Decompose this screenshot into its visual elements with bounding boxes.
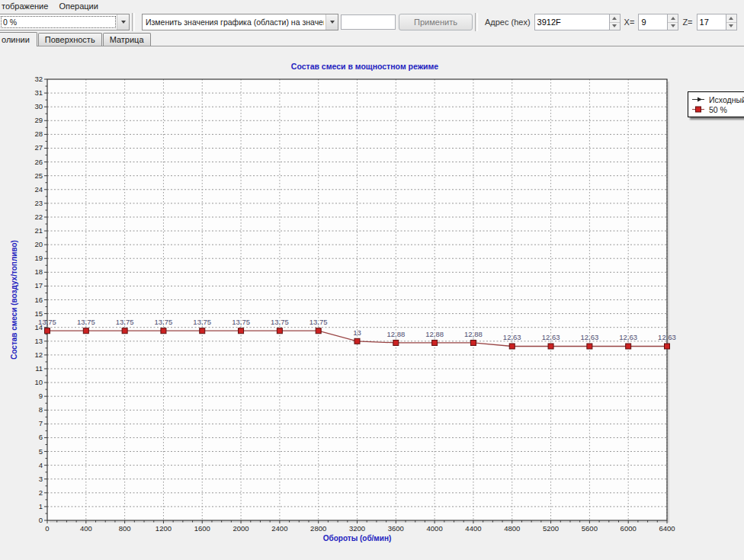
y-tick-label: 4 (39, 461, 43, 469)
tab-matrix[interactable]: Матрица (103, 33, 151, 46)
spin-down-icon[interactable] (668, 22, 678, 30)
x-tick-label: 6400 (659, 524, 675, 533)
y-tick-label: 10 (34, 378, 43, 386)
data-point-marker[interactable] (200, 328, 205, 334)
z-input[interactable] (697, 14, 726, 30)
spin-down-icon[interactable] (726, 22, 736, 30)
y-tick-label: 1 (39, 502, 43, 510)
chart-page: 0400800120016002000240028003200360040004… (0, 46, 744, 559)
tab-surface[interactable]: Поверхность (38, 33, 102, 46)
chevron-down-icon[interactable] (117, 14, 129, 30)
x-tick-label: 4800 (504, 524, 520, 533)
data-point-marker[interactable] (626, 344, 631, 349)
x-label: X= (624, 18, 635, 27)
x-tick-label: 800 (119, 524, 131, 533)
legend-label: Исходный (709, 95, 744, 104)
data-point-marker[interactable] (122, 328, 127, 334)
data-point-label: 12,63 (542, 333, 560, 341)
y-tick-label: 17 (34, 281, 43, 290)
y-tick-label: 32 (34, 75, 43, 83)
y-tick-label: 5 (39, 447, 43, 456)
data-point-marker[interactable] (83, 328, 88, 334)
data-point-marker[interactable] (161, 328, 166, 334)
data-point-marker[interactable] (587, 344, 592, 349)
y-tick-label: 9 (39, 392, 43, 400)
data-point-marker[interactable] (354, 338, 360, 344)
data-point-marker[interactable] (239, 328, 244, 334)
legend-label: 50 % (709, 105, 727, 114)
y-tick-label: 31 (34, 88, 43, 97)
x-input[interactable] (638, 14, 667, 30)
x-tick-label: 1200 (156, 524, 172, 533)
data-point-label: 12,63 (619, 333, 637, 341)
data-point-label: 12,88 (425, 330, 444, 338)
arrow-line-marker-icon (692, 96, 705, 103)
square-marker-icon (692, 106, 705, 113)
toolbar-separator (475, 13, 478, 31)
y-axis-label: Состав смеси (воздух/топливо) (10, 240, 18, 360)
x-tick-label: 3200 (349, 524, 365, 533)
tab-isolines[interactable]: олинии (0, 32, 37, 46)
chart-legend: Исходный 50 % (688, 91, 744, 117)
address-panel: Адрес (hex) X= Z= (480, 14, 742, 30)
spin-up-icon[interactable] (668, 14, 678, 22)
menu-operations[interactable]: Операции (53, 1, 103, 11)
x-tick-label: 2400 (271, 524, 287, 533)
y-tick-label: 22 (34, 213, 43, 221)
scale-combobox[interactable]: 0 % (0, 14, 130, 30)
x-tick-label: 5200 (543, 524, 559, 533)
scale-combobox-value: 0 % (2, 17, 115, 27)
data-point-marker[interactable] (470, 340, 476, 345)
app-window: тображение Операции 0 % Изменить значени… (0, 0, 744, 560)
y-tick-label: 6 (39, 433, 43, 441)
y-tick-label: 28 (34, 130, 43, 138)
data-point-label: 13,75 (116, 318, 134, 326)
menu-bar: тображение Операции (0, 0, 744, 12)
data-point-marker[interactable] (277, 328, 282, 334)
spinner-buttons[interactable] (726, 14, 737, 30)
data-point-label: 13 (353, 328, 361, 337)
x-tick-label: 2800 (310, 524, 326, 533)
data-point-label: 12,88 (386, 330, 405, 338)
data-point-label: 13,75 (309, 318, 328, 326)
chart-canvas[interactable]: 0400800120016002000240028003200360040004… (0, 46, 744, 559)
x-spinner[interactable] (638, 14, 678, 30)
chevron-down-icon[interactable] (326, 14, 338, 30)
y-tick-label: 13 (34, 337, 43, 345)
data-point-label: 13,75 (193, 318, 211, 326)
y-tick-label: 27 (34, 143, 43, 152)
tab-strip: олинии Поверхность Матрица (0, 33, 744, 46)
y-tick-label: 29 (34, 116, 43, 124)
x-axis-label: Обороты (об/мин) (323, 534, 392, 542)
data-point-marker[interactable] (509, 344, 515, 349)
data-point-marker[interactable] (432, 340, 438, 345)
data-point-label: 12,63 (503, 333, 521, 341)
operation-combobox[interactable]: Изменить значения графика (области) на з… (142, 14, 338, 30)
data-point-label: 13,75 (155, 318, 173, 326)
data-point-marker[interactable] (548, 344, 553, 349)
menu-display[interactable]: тображение (0, 1, 53, 11)
address-spinner[interactable] (534, 14, 621, 30)
data-point-label: 13,75 (232, 318, 250, 326)
y-tick-label: 21 (34, 226, 43, 235)
data-point-marker[interactable] (316, 328, 321, 334)
y-tick-label: 0 (39, 516, 43, 524)
z-spinner[interactable] (697, 14, 737, 30)
data-point-marker[interactable] (393, 340, 399, 345)
apply-button[interactable]: Применить (399, 14, 473, 30)
spinner-buttons[interactable] (667, 14, 678, 30)
spin-down-icon[interactable] (610, 22, 620, 30)
legend-item-50pct: 50 % (692, 104, 744, 114)
spin-up-icon[interactable] (610, 14, 620, 22)
data-point-marker[interactable] (45, 328, 50, 334)
spinner-buttons[interactable] (609, 14, 621, 30)
spin-up-icon[interactable] (726, 14, 736, 22)
x-tick-label: 2000 (232, 524, 249, 533)
x-tick-label: 400 (80, 524, 92, 533)
y-tick-label: 8 (39, 405, 43, 414)
data-point-marker[interactable] (665, 344, 670, 349)
z-label: Z= (682, 18, 692, 27)
y-tick-label: 25 (34, 171, 43, 180)
address-input[interactable] (534, 14, 609, 30)
value-input[interactable] (341, 14, 396, 30)
